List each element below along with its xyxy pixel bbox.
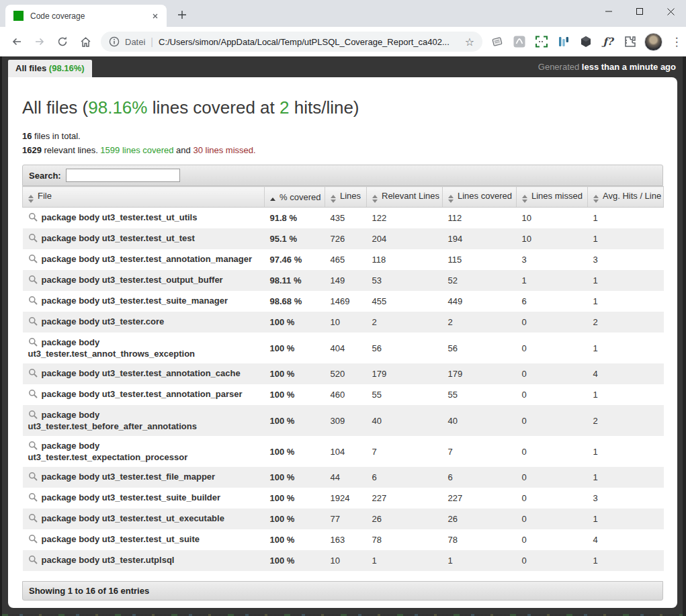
file-link[interactable]: package body ut3_tester.test_suite_build… (42, 492, 221, 502)
pdf-extension-icon[interactable] (511, 34, 527, 50)
lines-covered-cell: 1 (443, 550, 517, 571)
file-cell[interactable]: package body ut3_tester.test_suite_manag… (23, 291, 265, 312)
lines-cell: 435 (325, 208, 367, 229)
browser-tab[interactable]: Code coverage (5, 5, 167, 27)
column-header[interactable]: Relevant Lines (367, 187, 443, 208)
lines-cell: 520 (325, 363, 367, 384)
window-scroll-edge[interactable] (683, 56, 686, 616)
profile-avatar[interactable] (644, 33, 662, 51)
file-cell[interactable]: package body ut3_tester.utplsql (23, 550, 265, 571)
relevant-lines-cell: 53 (367, 270, 443, 291)
generated-timestamp: Generated less than a minute ago (538, 62, 676, 72)
file-link[interactable]: package body ut3_tester.test_ut_suite (42, 534, 200, 544)
lines-covered-cell: 40 (443, 405, 517, 436)
file-link[interactable]: package body ut3_tester.test_annotation_… (42, 389, 243, 399)
file-cell[interactable]: package body ut3_tester.test_ut_executab… (23, 509, 265, 529)
column-header[interactable]: % covered (265, 187, 325, 208)
reload-icon[interactable] (52, 32, 73, 52)
file-cell[interactable]: package body ut3_tester.core (23, 312, 265, 333)
function-extension-icon[interactable]: ƒ? (600, 34, 616, 50)
magnifier-icon (28, 492, 38, 504)
file-link[interactable]: package body ut3_tester.core (42, 316, 165, 326)
report-card: All files (98.16% lines covered at 2 hit… (8, 77, 677, 608)
file-cell[interactable]: package body ut3_tester.test_file_mapper (23, 467, 265, 488)
magnifier-icon (28, 534, 38, 545)
back-icon[interactable] (7, 32, 27, 52)
table-row: package body ut3_tester.test_annotation_… (23, 249, 664, 270)
magnifier-icon (28, 254, 38, 265)
close-icon[interactable] (655, 0, 686, 23)
menu-kebab-icon[interactable]: ⋮ (669, 34, 685, 50)
forward-icon[interactable] (30, 32, 50, 52)
reader-extension-icon[interactable] (489, 34, 505, 50)
file-link[interactable]: package body ut3_tester.test_expectation… (28, 441, 188, 462)
lines-missed-cell: 0 (517, 550, 588, 571)
lines-missed-cell: 1 (517, 270, 588, 291)
covered-cell: 100 % (265, 436, 325, 467)
file-cell[interactable]: package body ut3_tester.test_before_afte… (23, 405, 265, 436)
file-cell[interactable]: package body ut3_tester.test_output_buff… (23, 270, 265, 291)
magnifier-icon (28, 389, 38, 400)
file-link[interactable]: package body ut3_tester.test_ut_utils (42, 212, 198, 222)
page-info-icon[interactable] (109, 36, 120, 47)
covered-cell: 100 % (265, 529, 325, 550)
file-link[interactable]: package body ut3_tester.test_output_buff… (42, 275, 223, 285)
column-header[interactable]: Lines missed (517, 187, 588, 208)
screenshot-extension-icon[interactable] (533, 34, 550, 50)
lines-missed-cell: 0 (517, 488, 588, 509)
new-tab-button[interactable] (173, 7, 191, 25)
home-icon[interactable] (75, 32, 95, 52)
file-cell[interactable]: package body ut3_tester.test_ut_utils (23, 208, 265, 229)
tab-close-icon[interactable] (149, 10, 161, 22)
report-tabbar: All files (98.16%) Generated less than a… (8, 56, 677, 77)
url-text[interactable]: C:/Users/simon/AppData/Local/Temp/utPLSQ… (159, 37, 460, 47)
file-link[interactable]: package body ut3_tester.test_before_afte… (28, 410, 197, 431)
file-link[interactable]: package body ut3_tester.test_annotation_… (42, 368, 241, 378)
bookmark-star-icon[interactable]: ☆ (465, 36, 474, 48)
file-cell[interactable]: package body ut3_tester.test_ut_suite (23, 529, 265, 550)
file-link[interactable]: package body ut3_tester.test_suite_manag… (42, 296, 228, 306)
column-header[interactable]: Avg. Hits / Line (588, 187, 664, 208)
file-cell[interactable]: package body ut3_tester.test_expectation… (23, 436, 265, 467)
minimize-icon[interactable] (593, 0, 624, 23)
table-row: package body ut3_tester.test_file_mapper… (23, 467, 664, 488)
magnifier-icon (28, 233, 38, 245)
column-header[interactable]: File (23, 187, 265, 208)
stats-extension-icon[interactable] (556, 34, 572, 50)
lines-covered-cell: 78 (443, 529, 517, 550)
covered-cell: 100 % (265, 550, 325, 571)
covered-cell: 100 % (265, 333, 325, 363)
lines-cell: 104 (325, 436, 367, 467)
magnifier-icon (28, 555, 38, 566)
extensions-puzzle-icon[interactable] (622, 34, 638, 50)
table-header-row: File % covered Lines Relevant Lines Line… (23, 187, 664, 208)
file-cell[interactable]: package body ut3_tester.test_suite_build… (23, 488, 265, 509)
address-bar[interactable]: Datei | C:/Users/simon/AppData/Local/Tem… (101, 32, 482, 52)
lines-missed-cell: 0 (517, 467, 588, 488)
file-cell[interactable]: package body ut3_tester.test_ut_test (23, 228, 265, 249)
avg-hits-cell: 1 (588, 270, 664, 291)
file-cell[interactable]: package body ut3_tester.test_annotation_… (23, 384, 265, 405)
file-cell[interactable]: package body ut3_tester.test_annot_throw… (23, 333, 265, 363)
relevant-lines-cell: 122 (367, 208, 443, 229)
column-header[interactable]: Lines (325, 187, 367, 208)
files-total-line: 16 files in total. (22, 129, 663, 143)
file-link[interactable]: package body ut3_tester.test_annotation_… (42, 254, 253, 264)
table-row: package body ut3_tester.test_ut_utils 91… (23, 208, 664, 229)
magnifier-icon (28, 441, 38, 452)
column-header[interactable]: Lines covered (443, 187, 517, 208)
file-link[interactable]: package body ut3_tester.test_ut_test (42, 233, 195, 243)
relevant-lines-cell: 55 (367, 384, 443, 405)
file-link[interactable]: package body ut3_tester.test_annot_throw… (28, 337, 196, 359)
favicon-icon (13, 11, 24, 21)
file-cell[interactable]: package body ut3_tester.test_annotation_… (23, 249, 265, 270)
maximize-icon[interactable] (624, 0, 655, 23)
file-link[interactable]: package body ut3_tester.utplsql (42, 555, 175, 565)
file-cell[interactable]: package body ut3_tester.test_annotation_… (23, 363, 265, 384)
file-link[interactable]: package body ut3_tester.test_file_mapper (42, 472, 216, 482)
table-row: package body ut3_tester.test_output_buff… (23, 270, 664, 291)
search-input[interactable] (66, 169, 180, 182)
file-link[interactable]: package body ut3_tester.test_ut_executab… (42, 513, 224, 523)
cube-extension-icon[interactable] (578, 34, 594, 50)
all-files-tab[interactable]: All files (98.16%) (8, 60, 92, 77)
